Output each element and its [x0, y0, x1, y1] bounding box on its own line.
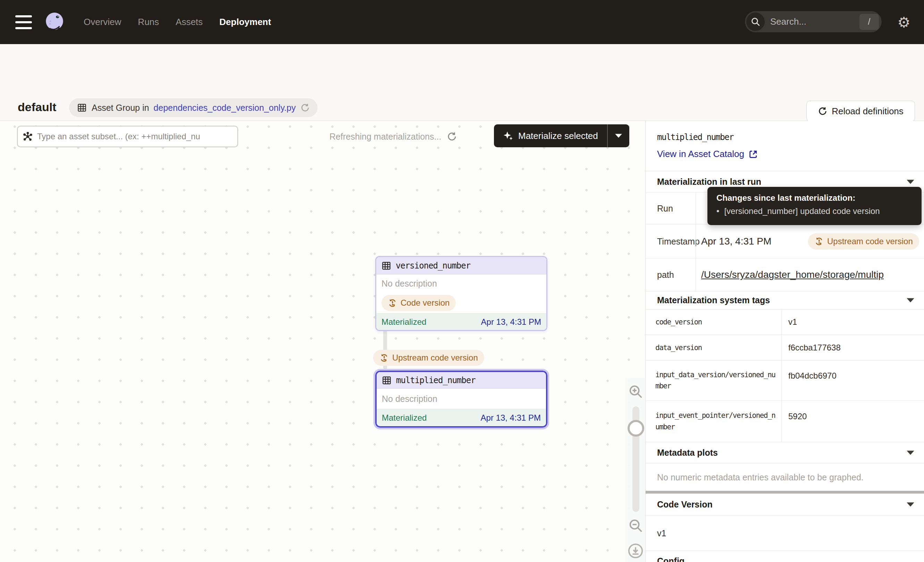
global-search[interactable]: / [745, 11, 882, 32]
code-version-value-row: v1 [646, 515, 924, 550]
panel-splitter-handle[interactable] [646, 491, 924, 494]
section-title: Materialization system tags [657, 295, 770, 305]
zoom-in-icon[interactable] [628, 383, 644, 401]
materialize-selected-button[interactable]: Materialize selected [494, 124, 607, 147]
asset-node-versioned-number[interactable]: versioned_number No description Code ver… [375, 256, 548, 331]
page-header: default Asset Group in dependencies_code… [0, 44, 924, 121]
menu-icon[interactable] [15, 15, 32, 29]
asset-subset-filter[interactable] [17, 126, 238, 147]
section-metadata-plots[interactable]: Metadata plots [646, 442, 924, 463]
materialize-options-caret[interactable] [608, 124, 629, 147]
primary-nav: Overview Runs Assets Deployment [84, 0, 271, 44]
zoom-slider-handle[interactable] [628, 420, 644, 437]
section-code-version[interactable]: Code Version [646, 494, 924, 515]
page-title: default [18, 101, 56, 114]
node-header: multiplied_number [376, 372, 546, 389]
code-version-icon [814, 236, 824, 246]
table-row-code-version: code_version v1 [646, 309, 924, 335]
tag-key: input_event_pointer/versioned_number [656, 410, 778, 433]
lineage-canvas[interactable]: Refreshing materializations... Materiali… [0, 121, 645, 562]
upstream-code-version-badge: Upstream code version [373, 350, 484, 366]
asset-group-file-link[interactable]: dependencies_code_version_only.py [153, 103, 296, 113]
settings-gear-icon[interactable]: ⚙ [894, 12, 914, 32]
materialized-timestamp: Apr 13, 4:31 PM [481, 317, 541, 327]
chevron-down-icon [906, 179, 915, 185]
tag-value: fb04dcb6970 [788, 371, 837, 381]
tag-key: input_data_version/versioned_number [656, 369, 778, 392]
table-row-path: path /Users/sryza/dagster_home/storage/m… [646, 258, 924, 291]
sparkle-icon [503, 131, 513, 141]
chevron-down-icon [906, 450, 915, 455]
nav-item-overview[interactable]: Overview [84, 17, 121, 27]
node-tag-row: Code version [376, 293, 546, 313]
chip-refresh-icon[interactable] [300, 103, 310, 113]
materialized-status: Materialized [382, 413, 427, 423]
nav-item-deployment[interactable]: Deployment [219, 17, 271, 27]
view-in-asset-catalog-link[interactable]: View in Asset Catalog [657, 149, 758, 159]
code-version-badge: Code version [381, 295, 456, 311]
panel-asset-title: multiplied_number [657, 132, 734, 142]
table-grid-icon [77, 102, 87, 113]
table-row-input-event-pointer: input_event_pointer/versioned_number 592… [646, 400, 924, 442]
code-version-icon [388, 298, 397, 308]
row-label: path [657, 270, 674, 280]
search-icon [746, 12, 765, 31]
row-label: Run [657, 203, 673, 213]
table-row-data-version: data_version f6ccba177638 [646, 335, 924, 360]
asset-graph-icon [22, 131, 33, 142]
path-link[interactable]: /Users/sryza/dagster_home/storage/multip [701, 269, 924, 280]
refresh-materializations-icon[interactable] [447, 131, 457, 142]
materialized-timestamp: Apr 13, 4:31 PM [481, 413, 541, 423]
table-grid-icon [381, 375, 392, 386]
search-input[interactable] [770, 17, 860, 27]
asset-subset-input[interactable] [37, 132, 232, 141]
table-row-timestamp: Timestamp Apr 13, 4:31 PM Upstream code … [646, 224, 924, 258]
reload-icon [818, 106, 828, 116]
materialize-label: Materialize selected [518, 131, 598, 141]
reload-label: Reload definitions [832, 106, 903, 117]
table-row-input-data-version: input_data_version/versioned_number fb04… [646, 360, 924, 400]
section-title: Metadata plots [657, 448, 718, 458]
nav-item-assets[interactable]: Assets [176, 17, 203, 27]
section-config[interactable]: Config [646, 550, 924, 562]
code-version-icon [380, 353, 389, 363]
section-materialization-system-tags[interactable]: Materialization system tags [646, 291, 924, 309]
asset-description: No description [376, 389, 546, 409]
main-area: Refreshing materializations... Materiali… [0, 121, 924, 562]
code-version-badge-label: Code version [400, 298, 450, 308]
asset-description: No description [376, 274, 546, 293]
upstream-badge-label: Upstream code version [392, 353, 478, 363]
upstream-code-version-badge[interactable]: Upstream code version [808, 233, 919, 249]
section-title: Config [657, 556, 684, 562]
tag-key: data_version [656, 342, 778, 353]
dagster-logo-icon[interactable] [42, 10, 67, 35]
node-footer: Materialized Apr 13, 4:31 PM [376, 409, 546, 426]
dagster-app: Overview Runs Assets Deployment / ⚙ defa… [0, 0, 924, 562]
node-header: versioned_number [376, 257, 546, 274]
tag-value: f6ccba177638 [788, 343, 841, 353]
reload-definitions-button[interactable]: Reload definitions [806, 101, 915, 122]
tooltip-item: [versioned_number] updated code version [716, 206, 912, 216]
search-shortcut-key: / [860, 14, 879, 30]
asset-detail-panel: multiplied_number View in Asset Catalog … [645, 121, 924, 562]
section-title: Materialization in last run [657, 177, 761, 187]
chevron-down-icon [906, 298, 915, 303]
zoom-out-icon[interactable] [628, 517, 644, 535]
tag-key: code_version [656, 316, 778, 328]
tag-value: 5920 [788, 412, 807, 421]
asset-name: versioned_number [396, 261, 470, 270]
recenter-icon[interactable] [628, 543, 644, 560]
refresh-status: Refreshing materializations... [329, 126, 457, 147]
code-version-value: v1 [657, 528, 666, 538]
nav-item-runs[interactable]: Runs [138, 17, 159, 27]
tooltip-title: Changes since last materialization: [716, 193, 912, 203]
refresh-status-text: Refreshing materializations... [329, 132, 441, 142]
empty-state-text: No numeric metadata entries available to… [657, 472, 864, 482]
materialized-status: Materialized [381, 317, 426, 327]
catalog-link-label: View in Asset Catalog [657, 149, 744, 159]
node-footer: Materialized Apr 13, 4:31 PM [376, 313, 546, 330]
section-title: Code Version [657, 499, 712, 509]
asset-node-multiplied-number[interactable]: multiplied_number No description Materia… [375, 371, 548, 428]
asset-group-chip: Asset Group in dependencies_code_version… [69, 98, 318, 117]
asset-name: multiplied_number [396, 376, 476, 385]
